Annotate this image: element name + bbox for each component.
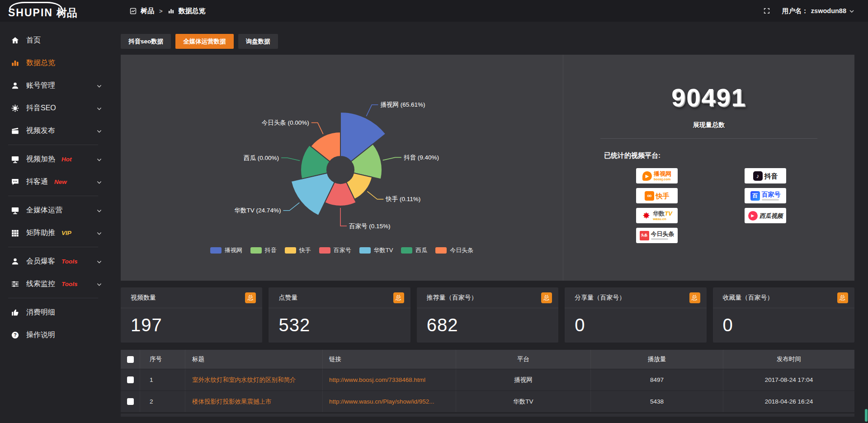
legend-label: 华数TV (374, 246, 393, 254)
sidebar-item-7[interactable]: 全媒体运营 (0, 199, 119, 221)
row-checkbox[interactable] (127, 398, 134, 405)
table-row-0: 1室外水纹灯和室内水纹灯的区别和简介http://www.boosj.com/7… (121, 369, 854, 390)
pie-label-line (383, 157, 401, 160)
stat-card-4: 收藏量（百家号）总0 (713, 287, 854, 343)
stat-card-value: 0 (565, 308, 706, 335)
chart-legend: 播视网抖音快手百家号华数TV西瓜今日头条 (121, 246, 563, 254)
legend-label: 播视网 (225, 246, 242, 254)
sidebar-item-8[interactable]: 矩阵助推VIP (0, 221, 119, 244)
legend-item-3[interactable]: 百家号 (319, 246, 351, 254)
svg-text:?: ? (14, 332, 17, 338)
sidebar-item-12[interactable]: ?操作说明 (0, 324, 119, 346)
platform-tagline-decoration (762, 199, 779, 201)
scrollbar (864, 22, 868, 423)
total-badge[interactable]: 总 (393, 292, 404, 303)
sidebar-item-3[interactable]: 抖音SEO (0, 97, 119, 119)
toutiao-logo-icon: 头条 (640, 231, 649, 240)
sidebar-item-badge: Tools (61, 258, 78, 265)
row-platform: 华数TV (513, 398, 533, 406)
video-title-link[interactable]: 室外水纹灯和室内水纹灯的区别和简介 (192, 376, 296, 384)
legend-item-5[interactable]: 西瓜 (401, 246, 427, 254)
chat-icon (11, 178, 19, 186)
select-all-checkbox[interactable] (127, 356, 134, 363)
legend-label: 抖音 (265, 246, 277, 254)
sidebar-item-label: 消费明细 (26, 308, 55, 317)
chevron-down-icon (96, 258, 102, 264)
monitor-icon (11, 206, 19, 215)
video-title-link[interactable]: 楼体投影灯投影效果震撼上市 (192, 398, 272, 406)
bar-chart-icon (168, 8, 175, 14)
stat-card-value: 682 (417, 308, 558, 335)
platform-tagline-decoration (651, 238, 668, 240)
app-logo[interactable]: SHUPIN 树品 (0, 0, 119, 22)
videos-table: 序号标题链接平台播放量发布时间 1室外水纹灯和室内水纹灯的区别和简介http:/… (121, 350, 854, 417)
row-platform: 播视网 (514, 376, 533, 384)
sidebar-item-11[interactable]: 消费明细 (0, 301, 119, 324)
sidebar-item-label: 会员爆客 (26, 257, 55, 266)
tab-2[interactable]: 询盘数据 (238, 34, 278, 49)
legend-swatch (285, 247, 296, 254)
legend-label: 百家号 (334, 246, 351, 254)
username-label: 用户名： (782, 7, 808, 15)
fullscreen-icon[interactable] (763, 7, 770, 14)
row-checkbox[interactable] (127, 376, 134, 383)
sidebar-item-6[interactable]: 抖客通New (0, 170, 119, 193)
total-badge[interactable]: 总 (245, 292, 256, 303)
video-url-link[interactable]: http://www.boosj.com/7338468.html (329, 376, 425, 383)
topbar-right: 用户名：zswodun88 (763, 7, 868, 15)
row-publish-time: 2018-04-26 16:24 (765, 398, 813, 405)
sidebar-item-1[interactable]: 数据总览 (0, 52, 119, 74)
legend-item-0[interactable]: 播视网 (210, 246, 242, 254)
platform-badge-baijiahao: 百百家号 (745, 188, 786, 203)
summary-divider (600, 138, 817, 139)
platform-badge-toutiao: 头条今日头条 (636, 228, 678, 243)
total-badge[interactable]: 总 (689, 292, 700, 303)
wasu-logo-icon: ✸ (642, 211, 651, 221)
legend-item-6[interactable]: 今日头条 (435, 246, 473, 254)
tab-0[interactable]: 抖音seo数据 (121, 34, 171, 49)
chevron-down-icon (96, 128, 102, 134)
platform-subtext: boosj.com (654, 178, 671, 181)
platform-badge-douyin: ♪抖音 (745, 168, 786, 183)
pie-label-line (281, 158, 300, 160)
douyin-logo-icon: ♪ (753, 171, 763, 181)
legend-swatch (359, 247, 371, 254)
pie-label-5: 西瓜 (0.00%) (244, 155, 279, 161)
row-plays: 5438 (650, 398, 664, 405)
total-badge[interactable]: 总 (541, 292, 552, 303)
stat-card-0: 视频数量总197 (121, 287, 262, 343)
legend-swatch (401, 247, 412, 254)
pie-label-1: 抖音 (9.40%) (404, 154, 439, 161)
column-header-5: 发布时间 (723, 350, 854, 369)
overview-panel: 播视网 (65.61%)抖音 (9.40%)快手 (0.11%)百家号 (0.1… (121, 55, 854, 281)
video-url-link[interactable]: http://www.wasu.cn/Play/show/id/952... (329, 398, 434, 405)
legend-item-1[interactable]: 抖音 (250, 246, 277, 254)
chevron-down-icon (96, 179, 102, 185)
main-content: 抖音seo数据全媒体运营数据询盘数据 播视网 (65.61%)抖音 (9.40%… (119, 22, 868, 423)
scrollbar-thumb[interactable] (865, 409, 868, 422)
sidebar-item-9[interactable]: 会员爆客Tools (0, 250, 119, 273)
sidebar-item-0[interactable]: 首页 (0, 29, 119, 52)
sidebar-item-label: 矩阵助推 (26, 228, 55, 238)
pie-slice-4[interactable] (291, 173, 335, 216)
sidebar-divider (8, 298, 98, 298)
legend-label: 西瓜 (415, 246, 427, 254)
home-icon (11, 36, 19, 45)
platform-badge-xigua: ▶西瓜视频 (745, 208, 786, 223)
breadcrumb-root[interactable]: 树品 (141, 7, 154, 15)
user-menu[interactable]: 用户名：zswodun88 (782, 7, 854, 15)
sidebar-item-2[interactable]: 账号管理 (0, 74, 119, 97)
platform-name: 百家号 (762, 191, 781, 197)
pie-label-line (311, 123, 323, 134)
legend-swatch (319, 247, 330, 254)
sidebar-item-4[interactable]: 视频发布 (0, 119, 119, 142)
sliders-icon (11, 280, 19, 288)
legend-item-4[interactable]: 华数TV (359, 246, 393, 254)
tab-1[interactable]: 全媒体运营数据 (175, 34, 234, 49)
platforms-title: 已统计的视频平台: (604, 151, 854, 160)
legend-item-2[interactable]: 快手 (285, 246, 311, 254)
sidebar-item-10[interactable]: 线索监控Tools (0, 273, 119, 295)
total-badge[interactable]: 总 (837, 292, 848, 303)
sidebar-item-5[interactable]: 视频加热Hot (0, 148, 119, 170)
gear-icon (11, 104, 19, 113)
